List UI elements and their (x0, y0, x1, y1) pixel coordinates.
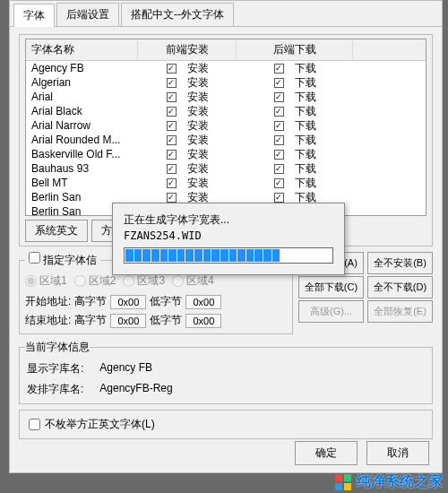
install-label: 安装 (187, 118, 209, 134)
font-name-cell: Agency FB (26, 62, 138, 74)
layout-font-value: AgencyFB-Reg (99, 382, 172, 397)
current-font-legend: 当前字体信息 (25, 340, 90, 355)
font-name-cell: Bell MT (26, 177, 138, 189)
download-label: 下载 (295, 176, 316, 191)
be-checkbox[interactable]: ✓ (274, 150, 284, 160)
install-label: 安装 (187, 90, 209, 105)
fe-checkbox[interactable]: ✓ (167, 78, 177, 88)
start-addr-label: 开始地址: (25, 294, 71, 309)
be-checkbox[interactable]: ✓ (274, 164, 284, 174)
advanced-button[interactable]: 高级(G)... (298, 300, 364, 323)
tab-backend[interactable]: 后端设置 (56, 3, 119, 26)
font-name-cell: Arial Narrow (26, 119, 138, 132)
header-frontend: 前端安装 (138, 39, 237, 60)
display-font-label: 显示字库名: (27, 361, 83, 376)
font-list[interactable]: Agency FB✓安装✓下载Algerian✓安装✓下载Arial✓安装✓下载… (26, 61, 426, 219)
font-name-cell: Algerian (26, 76, 138, 89)
be-checkbox[interactable]: ✓ (274, 193, 284, 203)
table-row[interactable]: Agency FB✓安装✓下载 (26, 61, 426, 75)
radio-region2 (74, 275, 86, 287)
table-row[interactable]: Arial Black✓安装✓下载 (26, 104, 426, 118)
radio-region3 (123, 275, 134, 287)
font-name-cell: Arial Rounded M... (26, 134, 138, 146)
install-none-button[interactable]: 全不安装(B) (367, 252, 433, 274)
lo-byte-label: 低字节 (150, 294, 182, 309)
be-checkbox[interactable]: ✓ (274, 78, 284, 88)
fe-checkbox[interactable]: ✓ (167, 135, 177, 145)
font-name-cell: Berlin San (26, 191, 138, 203)
windows-icon (335, 474, 351, 490)
hi-byte-label: 高字节 (74, 294, 107, 309)
install-label: 安装 (187, 176, 209, 191)
specify-font-legend: 指定字体信 (43, 254, 97, 266)
header-name: 字体名称 (26, 39, 138, 60)
fe-checkbox[interactable]: ✓ (167, 178, 177, 188)
install-label: 安装 (187, 104, 209, 119)
end-hi-input[interactable] (110, 314, 146, 328)
fe-checkbox[interactable]: ✓ (167, 107, 177, 117)
install-label: 安装 (187, 133, 209, 148)
progress-filename: FZANS254.WID (124, 229, 333, 242)
download-all-button[interactable]: 全部下载(C) (298, 276, 364, 298)
font-name-cell: Arial Black (26, 105, 138, 117)
start-hi-input[interactable] (110, 295, 146, 309)
watermark-text: 纯净系统之家 (357, 472, 443, 491)
table-row[interactable]: Arial Rounded M...✓安装✓下载 (26, 133, 426, 147)
display-font-value: Agency FB (99, 361, 152, 376)
be-checkbox[interactable]: ✓ (274, 178, 284, 188)
layout-font-label: 发排字库名: (27, 382, 83, 397)
tab-mixed[interactable]: 搭配中文--外文字体 (121, 3, 234, 26)
fe-checkbox[interactable]: ✓ (167, 121, 177, 131)
font-name-cell: Arial (26, 91, 138, 103)
download-label: 下载 (295, 118, 316, 134)
no-enum-founder-label: 不枚举方正英文字体(L) (45, 417, 155, 432)
restore-all-button: 全部恢复(E) (367, 300, 433, 323)
system-english-button[interactable]: 系统英文 (25, 220, 88, 242)
download-label: 下载 (295, 147, 316, 162)
table-row[interactable]: Bauhaus 93✓安装✓下载 (26, 161, 426, 176)
radio-region4 (172, 275, 184, 287)
end-lo-input[interactable] (185, 314, 221, 328)
table-row[interactable]: Arial✓安装✓下载 (26, 90, 426, 104)
fe-checkbox[interactable]: ✓ (167, 92, 177, 102)
progress-message: 正在生成字体字宽表... (124, 212, 333, 228)
watermark: 纯净系统之家 (335, 472, 443, 491)
no-enum-founder-checkbox[interactable] (29, 419, 40, 430)
fe-checkbox[interactable]: ✓ (167, 150, 177, 160)
fe-checkbox[interactable]: ✓ (167, 193, 177, 203)
be-checkbox[interactable]: ✓ (274, 107, 284, 117)
be-checkbox[interactable]: ✓ (274, 135, 284, 145)
download-label: 下载 (295, 75, 316, 91)
be-checkbox[interactable]: ✓ (274, 121, 284, 131)
end-addr-label: 结束地址: (25, 313, 71, 328)
fe-checkbox[interactable]: ✓ (167, 164, 177, 174)
table-row[interactable]: Baskerville Old F...✓安装✓下载 (26, 147, 426, 161)
tab-font[interactable]: 字体 (13, 4, 55, 27)
table-row[interactable]: Algerian✓安装✓下载 (26, 75, 426, 90)
specify-font-checkbox[interactable] (29, 252, 40, 264)
lo-byte-label-2: 低字节 (150, 313, 182, 328)
hi-byte-label-2: 高字节 (74, 313, 107, 328)
download-none-button[interactable]: 全不下载(D) (367, 276, 433, 298)
start-lo-input[interactable] (185, 295, 221, 309)
install-label: 安装 (187, 75, 209, 91)
progress-bar (124, 247, 333, 264)
be-checkbox[interactable]: ✓ (274, 92, 284, 102)
ok-button[interactable]: 确定 (295, 441, 358, 465)
be-checkbox[interactable]: ✓ (274, 64, 284, 74)
install-label: 安装 (187, 147, 209, 162)
fe-checkbox[interactable]: ✓ (167, 64, 177, 74)
download-label: 下载 (295, 61, 316, 76)
font-table: 字体名称 前端安装 后端下载 Agency FB✓安装✓下载Algerian✓安… (25, 39, 426, 216)
download-label: 下载 (295, 90, 316, 105)
table-row[interactable]: Bell MT✓安装✓下载 (26, 176, 426, 190)
download-label: 下载 (295, 161, 316, 177)
font-name-cell: Bauhaus 93 (26, 162, 138, 175)
progress-dialog: 正在生成字体字宽表... FZANS254.WID (112, 203, 345, 275)
radio-region1 (25, 275, 37, 287)
install-label: 安装 (187, 61, 209, 76)
install-label: 安装 (187, 161, 209, 177)
font-name-cell: Baskerville Old F... (26, 148, 138, 160)
cancel-button[interactable]: 取消 (366, 441, 429, 465)
table-row[interactable]: Arial Narrow✓安装✓下载 (26, 118, 426, 133)
